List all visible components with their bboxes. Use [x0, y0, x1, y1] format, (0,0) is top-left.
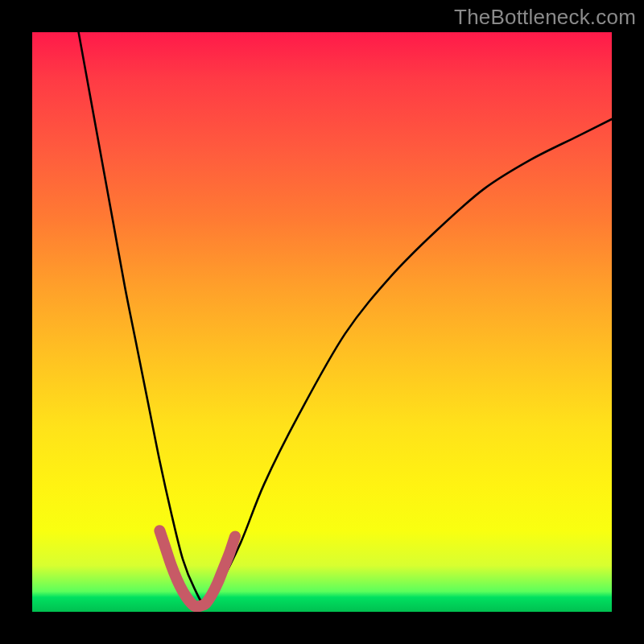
- chart-svg: [32, 32, 612, 612]
- plot-area: [32, 32, 612, 612]
- watermark-text: TheBottleneck.com: [454, 5, 636, 30]
- chart-frame: TheBottleneck.com: [0, 0, 644, 644]
- bottleneck-curve: [79, 32, 612, 606]
